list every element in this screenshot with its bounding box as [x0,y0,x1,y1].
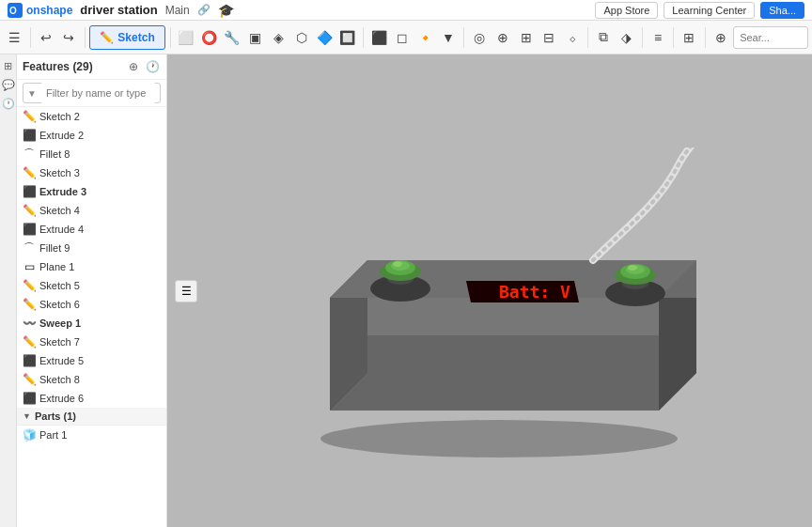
viewport[interactable]: ☰ Batt: V [167,54,812,527]
tool-10[interactable]: ◻ [392,24,414,51]
feature-label: Sketch 8 [39,374,80,385]
tool-19[interactable]: ⬗ [616,24,637,51]
feature-label: Extrude 6 [39,393,84,404]
main-content: ⊞ 💬 🕐 Features (29) ⊕ 🕐 ▼ ✏️ Sketch 2 [0,54,812,527]
toolbar-separator-3 [170,27,171,48]
feature-label: Sketch 5 [39,280,80,291]
share-button[interactable]: Sha... [760,2,804,19]
tool-14[interactable]: ⊕ [492,24,514,51]
feature-item-extrude4[interactable]: ⬛ Extrude 4 [17,220,166,239]
sweep-icon: 〰️ [23,317,36,330]
tool-3[interactable]: 🔧 [222,24,243,51]
feature-item-extrude3[interactable]: ⬛ Extrude 3 [17,182,166,201]
tool-21[interactable]: ⊞ [679,24,700,51]
tool-13[interactable]: ◎ [469,24,491,51]
feature-item-extrude2[interactable]: ⬛ Extrude 2 [17,126,166,145]
feature-item-sketch5[interactable]: ✏️ Sketch 5 [17,276,166,295]
pencil-icon: ✏️ [23,110,36,123]
feature-label: Extrude 5 [39,355,84,366]
fillet-icon: ⌒ [23,241,36,255]
toolbar-separator-9 [705,27,706,48]
feature-label: Plane 1 [39,261,74,272]
feature-add-icon[interactable]: ⊕ [125,58,142,75]
feature-item-extrude5[interactable]: ⬛ Extrude 5 [17,351,166,370]
feature-item-sweep1[interactable]: 〰️ Sweep 1 [17,314,166,333]
tool-16[interactable]: ⊟ [539,24,560,51]
viewport-icon-list[interactable]: ☰ [175,280,197,302]
parts-item-part1[interactable]: 🧊 Part 1 [17,426,166,444]
tool-2[interactable]: ⭕ [198,24,220,51]
toolbar-separator-2 [85,27,86,48]
search-input[interactable] [733,26,808,49]
parts-section-header[interactable]: ▼Parts (1) [17,408,166,426]
learning-center-button[interactable]: Learning Center [664,2,755,19]
pencil-icon: ✏️ [23,166,36,179]
feature-filter-input[interactable] [40,83,156,103]
pencil-icon: ✏️ [23,204,36,217]
feature-panel: Features (29) ⊕ 🕐 ▼ ✏️ Sketch 2 ⬛ Extrud… [17,54,167,527]
tool-6[interactable]: ⬡ [290,24,312,51]
toolbar-separator-6 [587,27,588,48]
pencil-icon: ✏️ [23,335,36,349]
sidebar-icon-comments[interactable]: 💬 [1,77,16,92]
tool-15[interactable]: ⊞ [515,24,537,51]
feature-header-icons: ⊕ 🕐 [125,58,161,75]
feature-panel-title: Features (29) [23,60,121,73]
toolbar-menu-icon[interactable]: ☰ [4,24,25,51]
tool-20[interactable]: ≡ [648,24,669,51]
tool-1[interactable]: ⬜ [176,24,197,51]
parts-section-title: Parts (1) [35,411,76,422]
logo-text: onshape [26,4,72,17]
toolbar-separator-1 [30,27,31,48]
feature-item-sketch7[interactable]: ✏️ Sketch 7 [17,333,166,351]
feature-item-fillet9[interactable]: ⌒ Fillet 9 [17,239,166,257]
tool-17[interactable]: ⬦ [561,24,583,51]
appstore-button[interactable]: App Store [595,2,658,19]
tool-22[interactable]: ⊕ [710,24,732,51]
tool-8[interactable]: 🔲 [337,24,359,51]
viewport-overlay-left: ☰ [175,280,197,302]
feature-list: ✏️ Sketch 2 ⬛ Extrude 2 ⌒ Fillet 8 ✏️ Sk… [17,107,166,527]
filter-icon: ▼ [27,88,37,99]
feature-item-sketch6[interactable]: ✏️ Sketch 6 [17,295,166,314]
sidebar-icon-features[interactable]: ⊞ [1,58,16,73]
redo-icon[interactable]: ↪ [58,24,80,51]
document-title: driver station [80,3,157,17]
sidebar-icon-history[interactable]: 🕐 [1,96,16,111]
feature-item-sketch2[interactable]: ✏️ Sketch 2 [17,107,166,126]
svg-point-23 [628,265,637,271]
feature-label: Fillet 9 [39,242,70,254]
tool-7[interactable]: 🔷 [314,24,336,51]
tool-12[interactable]: ▼ [438,24,460,51]
tool-11[interactable]: 🔸 [414,24,436,51]
sketch-button[interactable]: ✏️ Sketch [89,25,164,50]
feature-label: Sketch 6 [39,299,80,310]
undo-icon[interactable]: ↩ [35,24,56,51]
tool-4[interactable]: ▣ [244,24,266,51]
feature-item-fillet8[interactable]: ⌒ Fillet 8 [17,145,166,163]
feature-clock-icon[interactable]: 🕐 [144,58,161,75]
extrude-icon: ⬛ [23,392,36,405]
pencil-icon: ✏️ [23,373,36,386]
sketch-icon: ✏️ [100,31,114,44]
toolbar-separator-7 [642,27,643,48]
feature-search: ▼ [17,80,166,107]
tool-9[interactable]: ⬛ [368,24,390,51]
feature-item-sketch3[interactable]: ✏️ Sketch 3 [17,163,166,182]
extrude-icon: ⬛ [23,185,36,198]
tool-5[interactable]: ◈ [268,24,289,51]
feature-item-plane1[interactable]: ▭ Plane 1 [17,257,166,276]
feature-label: Extrude 2 [39,130,84,141]
feature-item-extrude6[interactable]: ⬛ Extrude 6 [17,389,166,408]
link-icon: 🔗 [197,4,211,16]
feature-label: Sketch 7 [39,336,80,348]
feature-label: Fillet 8 [39,148,70,160]
graduation-icon: 🎓 [218,3,234,18]
feature-item-sketch8[interactable]: ✏️ Sketch 8 [17,370,166,389]
tab-main[interactable]: Main [165,4,190,17]
tool-18[interactable]: ⧉ [593,24,615,51]
feature-label: Sweep 1 [39,318,81,329]
topbar: O onshape driver station Main 🔗 🎓 App St… [0,0,812,21]
toolbar-separator-8 [673,27,674,48]
feature-item-sketch4[interactable]: ✏️ Sketch 4 [17,201,166,220]
